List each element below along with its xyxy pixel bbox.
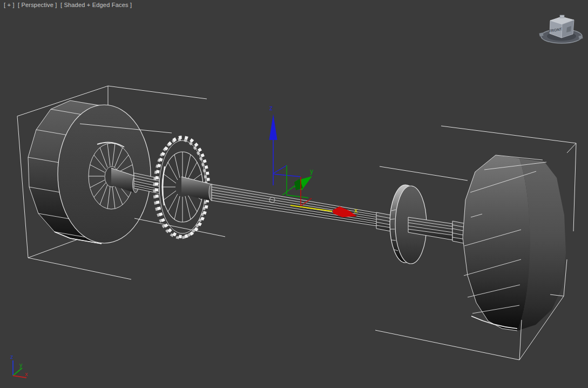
gizmo-z-label: z <box>269 104 273 112</box>
viewport-3d[interactable]: z y x z y x FRONT [ + ] [ <box>0 0 588 388</box>
viewport-label-bar: [ + ] [ Perspective ] [ Shaded + Edged F… <box>4 2 133 8</box>
left-flywheel[interactable] <box>28 101 151 244</box>
viewport-pov-menu[interactable]: [ Perspective ] <box>18 2 57 8</box>
viewport-general-menu[interactable]: [ + ] <box>4 2 15 8</box>
world-x-label: x <box>25 371 28 377</box>
viewport-shading-menu[interactable]: [ Shaded + Edged Faces ] <box>60 2 132 8</box>
viewcube-top-notch[interactable] <box>560 15 564 18</box>
viewport-canvas[interactable]: z y x z y x FRONT <box>0 0 588 388</box>
right-drum[interactable] <box>463 155 566 331</box>
world-y-label: y <box>19 362 23 368</box>
gizmo-x-label: x <box>354 207 357 215</box>
gizmo-y-label: y <box>310 168 313 175</box>
world-z-label: z <box>10 353 13 360</box>
